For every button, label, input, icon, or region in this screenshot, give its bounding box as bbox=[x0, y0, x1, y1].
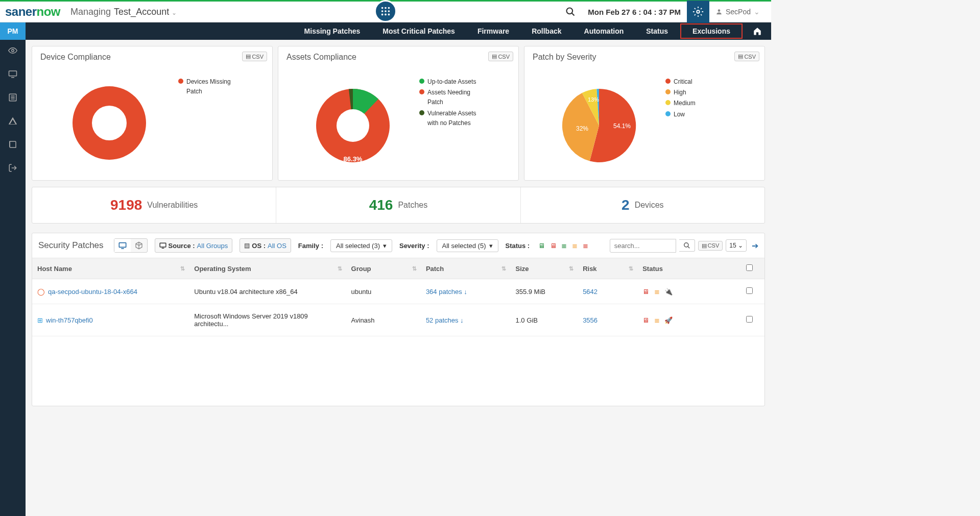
status-green-monitor-icon[interactable]: 🖥 bbox=[537, 242, 546, 250]
search-icon bbox=[565, 7, 576, 17]
risk-link[interactable]: 5642 bbox=[583, 288, 597, 296]
kpi-label: Patches bbox=[398, 201, 427, 210]
red-monitor-icon[interactable]: 🖥 bbox=[642, 316, 649, 324]
nav-exclusions[interactable]: Exclusions bbox=[680, 23, 743, 39]
os-filter[interactable]: ▤ OS : All OS bbox=[240, 239, 291, 252]
table-row: ⊞win-th757qbefi0 Microsoft Windows Serve… bbox=[32, 304, 764, 336]
legend-label: Up-to-date Assets bbox=[427, 77, 476, 87]
nav-automation[interactable]: Automation bbox=[573, 22, 635, 40]
status-orange-server-icon[interactable]: ≣ bbox=[570, 242, 579, 250]
legend-dot-icon bbox=[419, 79, 424, 84]
status-icon-filters: 🖥 🖥 ≣ ≣ ≣ bbox=[537, 242, 590, 250]
legend-dot-icon bbox=[665, 111, 671, 116]
nav-most-critical[interactable]: Most Critical Patches bbox=[371, 22, 466, 40]
svg-line-10 bbox=[572, 13, 575, 16]
col-os[interactable]: Operating System⇅ bbox=[189, 258, 346, 279]
row-checkbox[interactable] bbox=[746, 287, 753, 294]
csv-button[interactable]: ▤ CSV bbox=[242, 52, 267, 61]
slice-high: 32% bbox=[576, 125, 588, 132]
cell-group: Avinash bbox=[346, 304, 421, 336]
rail-monitor-icon[interactable] bbox=[8, 69, 17, 79]
view-device[interactable] bbox=[114, 239, 131, 252]
orange-server-icon[interactable]: ≣ bbox=[654, 288, 660, 296]
rocket-icon[interactable]: 🚀 bbox=[664, 316, 673, 324]
next-arrow-icon[interactable]: ➔ bbox=[750, 241, 758, 251]
svg-point-3 bbox=[381, 10, 384, 12]
col-risk[interactable]: Risk⇅ bbox=[578, 258, 637, 279]
view-cube[interactable] bbox=[131, 239, 147, 252]
account-dropdown[interactable]: Test_Account⌄ bbox=[114, 7, 177, 17]
nav-home[interactable] bbox=[744, 22, 771, 40]
col-hostname[interactable]: Host Name⇅ bbox=[32, 258, 189, 279]
rail-book-icon[interactable] bbox=[8, 140, 17, 149]
svg-rect-14 bbox=[9, 71, 17, 76]
datetime: Mon Feb 27 6 : 04 : 37 PM bbox=[582, 8, 687, 16]
logo: sanernow bbox=[5, 5, 60, 19]
nav-rollback[interactable]: Rollback bbox=[520, 22, 572, 40]
os-label: OS : bbox=[252, 242, 266, 250]
severity-dropdown[interactable]: All selected (5)▾ bbox=[437, 239, 498, 252]
nav-firmware[interactable]: Firmware bbox=[466, 22, 520, 40]
csv-label: CSV bbox=[744, 54, 756, 60]
severity-value: All selected (5) bbox=[442, 242, 486, 250]
risk-link[interactable]: 3556 bbox=[583, 316, 597, 324]
kpi-patches[interactable]: 416 Patches bbox=[276, 187, 520, 223]
col-patch[interactable]: Patch⇅ bbox=[421, 258, 511, 279]
svg-point-8 bbox=[388, 14, 390, 16]
caret-down-icon: ▾ bbox=[383, 242, 387, 250]
col-status[interactable]: Status bbox=[637, 258, 734, 279]
cell-os: Microsoft Windows Server 2019 v1809 arch… bbox=[189, 304, 346, 336]
nav-status[interactable]: Status bbox=[635, 22, 679, 40]
search-input[interactable] bbox=[610, 239, 676, 253]
kpi-label: Vulnerabilities bbox=[147, 201, 198, 210]
csv-button[interactable]: ▤ CSV bbox=[488, 52, 513, 61]
chevron-down-icon: ⌄ bbox=[754, 8, 760, 16]
csv-export-button[interactable]: ▤ CSV bbox=[698, 241, 723, 251]
severity-label: Severity : bbox=[399, 242, 429, 250]
source-label: Source : bbox=[169, 242, 195, 250]
nav-missing-patches[interactable]: Missing Patches bbox=[293, 22, 372, 40]
card-device-compliance: Device Compliance ▤ CSV Devices Missing … bbox=[32, 46, 273, 181]
patch-link[interactable]: 364 patches ↓ bbox=[426, 288, 467, 296]
module-badge[interactable]: PM bbox=[0, 22, 26, 40]
cell-size: 1.0 GiB bbox=[510, 304, 578, 336]
family-dropdown[interactable]: All selected (3)▾ bbox=[330, 239, 392, 252]
row-checkbox[interactable] bbox=[746, 316, 753, 323]
search-button[interactable] bbox=[559, 7, 582, 17]
settings-button[interactable] bbox=[687, 1, 709, 23]
rail-eye-icon[interactable] bbox=[8, 46, 17, 55]
svg-point-7 bbox=[385, 14, 387, 16]
search-button[interactable] bbox=[679, 239, 695, 252]
card-title: Patch by Severity bbox=[533, 53, 756, 62]
page-size-select[interactable]: 15 ⌄ bbox=[726, 239, 747, 252]
apps-grid-button[interactable] bbox=[374, 0, 397, 22]
red-monitor-icon[interactable]: 🖥 bbox=[642, 288, 649, 296]
download-icon: ↓ bbox=[464, 288, 467, 296]
plug-icon[interactable]: 🔌 bbox=[664, 288, 673, 296]
csv-button[interactable]: ▤ CSV bbox=[734, 52, 759, 61]
logo-part-b: now bbox=[37, 5, 61, 18]
orange-server-icon[interactable]: ≣ bbox=[654, 316, 660, 324]
server-icon: ▤ bbox=[244, 242, 250, 249]
rail-list-icon[interactable] bbox=[8, 93, 17, 102]
select-all-checkbox[interactable] bbox=[746, 264, 753, 271]
host-link[interactable]: win-th757qbefi0 bbox=[46, 316, 93, 324]
status-green-server-icon[interactable]: ≣ bbox=[560, 242, 568, 250]
host-link[interactable]: qa-secpod-ubuntu-18-04-x664 bbox=[48, 288, 137, 296]
legend-label: Vulnerable Assets with no Patches bbox=[427, 109, 484, 128]
managing-label: Managing bbox=[70, 7, 111, 17]
kpi-devices[interactable]: 2 Devices bbox=[521, 187, 764, 223]
source-filter[interactable]: Source : All Groups bbox=[155, 239, 232, 252]
user-menu[interactable]: SecPod ⌄ bbox=[709, 8, 766, 16]
col-size[interactable]: Size⇅ bbox=[510, 258, 578, 279]
col-group[interactable]: Group⇅ bbox=[346, 258, 421, 279]
status-red-monitor-icon[interactable]: 🖥 bbox=[548, 242, 558, 250]
patch-link[interactable]: 52 patches ↓ bbox=[426, 316, 464, 324]
apps-grid-icon bbox=[380, 6, 391, 17]
kpi-vulnerabilities[interactable]: 9198 Vulnerabilities bbox=[32, 187, 276, 223]
rail-alert-icon[interactable] bbox=[8, 116, 17, 126]
cell-group: ubuntu bbox=[346, 279, 421, 304]
svg-point-6 bbox=[381, 14, 384, 16]
rail-logout-icon[interactable] bbox=[8, 163, 17, 173]
status-red-server-icon[interactable]: ≣ bbox=[581, 242, 590, 250]
